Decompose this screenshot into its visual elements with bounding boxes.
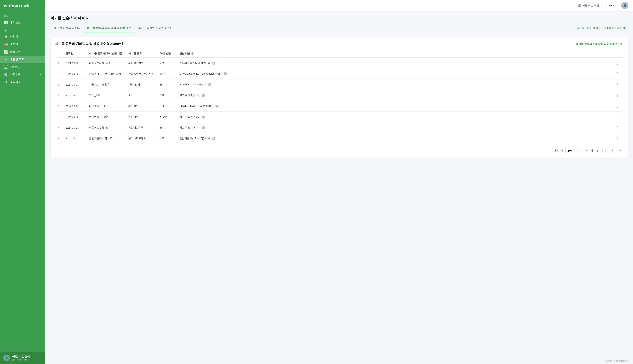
sidebar-user-section: 👤 1공장 시설 관리 클리어스테이지 [0, 352, 45, 364]
sidebar-item-business[interactable]: 🏠 사업장 [0, 33, 45, 40]
cell-num: 7 [55, 122, 63, 133]
sidebar-item-auto-collect[interactable]: 🔄 자동수집 ▾ [0, 70, 45, 78]
sidebar-item-emission-facility[interactable]: 🏭 배출시설 [0, 40, 45, 48]
cell-type: 고철 [126, 90, 157, 101]
row-more-button[interactable]: ⋮ [614, 104, 620, 109]
cell-method: 소각 [157, 68, 177, 79]
cell-name: 1차폐전지_재활용 [87, 79, 126, 90]
info-icon[interactable]: i [202, 94, 205, 97]
tab-type-method[interactable]: 폐기물 종류와 처리방법 및 배출계수 [84, 24, 134, 32]
sidebar-item-label: Scope 3 [10, 66, 20, 68]
sidebar-item-dashboard[interactable]: 📊 대시보드 [0, 19, 45, 26]
cell-name: 폐운활유_소각 [87, 101, 126, 112]
row-more-button[interactable]: ⋮ [614, 125, 620, 130]
main-card: 폐기물 종류와 처리방법 및 배출계수 (category 5) 폐기물 종류와… [51, 37, 627, 158]
cell-coef: 폐고무 소각(NUM) i [177, 122, 612, 133]
info-icon[interactable]: i [215, 104, 219, 108]
info-icon[interactable]: i [224, 72, 227, 75]
refresh-icon: 🔄 [4, 72, 8, 76]
content-area: 폐기물 반출/처리 데이터 폐기물 반출/처리 내역 폐기물 종류와 처리방법 … [45, 11, 633, 358]
info-icon[interactable]: i [208, 83, 211, 86]
clearstage-product-link[interactable]: 클리어스테이지 제품 [577, 26, 601, 30]
sidebar-item-emission-lookup[interactable]: ● 배출량 조회 [0, 56, 45, 63]
cell-type: 폐합성수지류 [126, 58, 157, 68]
cell-type: 1차폐전지 [126, 79, 157, 90]
info-icon[interactable]: i [202, 116, 205, 119]
row-more-button[interactable]: ⋮ [614, 114, 620, 120]
user-avatar[interactable]: 👤 [621, 2, 628, 9]
cell-name: 산업용폐전기전자제품_소각 [87, 68, 126, 79]
cell-num: 4 [55, 90, 63, 101]
row-more-button[interactable]: ⋮ [614, 82, 620, 87]
page-info: 1 - 1페이지 [580, 149, 593, 152]
cell-method: 소각 [157, 79, 177, 90]
sidebar-item-label: 사업장 [10, 35, 18, 38]
cell-name: 폐합성고무류_소각 [87, 122, 126, 133]
scope3-icon: 3 [4, 65, 8, 69]
total-count: 전체 8개 [553, 149, 563, 152]
cell-num: 3 [55, 79, 63, 90]
timer-icon: ⏱ [605, 4, 607, 7]
sidebar-item-label: 배출계수 [10, 80, 21, 84]
add-entry-button[interactable]: 폐기물 종류와 처리방법 및 배출계수 추가 [576, 42, 623, 46]
info-icon[interactable]: i [202, 126, 205, 130]
user-info: 1공장 시설 관리 클리어스테이지 [12, 355, 30, 361]
cell-actions: ⋮ [612, 133, 623, 144]
page-title: 폐기물 반출/처리 데이터 [51, 16, 627, 20]
cell-type: 플라스틱포장재 [126, 133, 157, 144]
chart-icon: 📈 [4, 50, 8, 54]
tab-supplier[interactable]: 공급사(폐기물 처리 서비스) [134, 24, 174, 32]
emission-coef-library-link[interactable]: 배출계수 라이브러리 [604, 26, 627, 30]
sidebar: carbonTrack 통계 📊 대시보드 관리 🏠 사업장 🏭 배출시설 📈 … [0, 0, 45, 364]
table-row: 6 2024-09-23 폐종이류_재활용 폐종이류 재활용 폐지 재활용(NU… [55, 112, 623, 122]
cell-coef: 폐지 재활용(NUM) i [177, 112, 612, 122]
table-body: 1 2024-09-23 폐합성수지류_매립 폐합성수지류 매립 혼합폐플라스틱… [55, 58, 623, 144]
user-sub: 클리어스테이지 [12, 358, 30, 361]
page-last-button[interactable]: ⟫ [617, 148, 623, 153]
tab-history[interactable]: 폐기물 반출/처리 내역 [51, 24, 84, 32]
cell-name: 혼합폐플라스틱 소각 [87, 133, 126, 144]
cell-num: 6 [55, 112, 63, 122]
timer-display: ⏱ 29:31 [602, 3, 618, 8]
row-more-button[interactable]: ⋮ [614, 60, 620, 66]
cell-coef: 혼합폐플라스틱 매립(NUM) i [177, 58, 612, 68]
cell-date: 2024-09-23 [63, 90, 87, 101]
cell-date: 2024-09-23 [63, 112, 87, 122]
page-prev-button[interactable]: ‹ [602, 148, 608, 153]
cell-name: 폐종이류_재활용 [87, 112, 126, 122]
sidebar-item-activity-data[interactable]: 📈 활동자료 [0, 48, 45, 56]
sidebar-item-label: 대시보드 [10, 21, 21, 24]
table-row: 2 2024-09-23 산업용폐전기전자제품_소각 산업용폐전기전자제품 소각… [55, 68, 623, 79]
pagination-row: 전체 8개 10개 20개 50개 1 - 1페이지 ⟪ ‹ › ⟫ [55, 148, 623, 153]
footer: © 2024 - Carbonsaurus [45, 358, 633, 364]
page-next-button[interactable]: › [610, 148, 615, 153]
row-more-button[interactable]: ⋮ [614, 136, 620, 141]
cell-actions: ⋮ [612, 68, 623, 79]
info-icon[interactable]: i [212, 62, 215, 65]
cell-date: 2024-09-23 [63, 133, 87, 144]
sidebar-item-emission-coef[interactable]: ⚙ 배출계수 [0, 78, 45, 86]
page-size-select[interactable]: 10개 20개 50개 [565, 148, 578, 153]
cell-name: 고철_매립 [87, 90, 126, 101]
gear-icon: ⚙ [4, 80, 8, 84]
refresh-icon: 🔄 [578, 4, 581, 7]
cell-type: 폐종이류 [126, 112, 157, 122]
sidebar-item-scope3[interactable]: 3 Scope 3 [0, 63, 45, 70]
table-row: 1 2024-09-23 폐합성수지류_매립 폐합성수지류 매립 혼합폐플라스틱… [55, 58, 623, 68]
cell-date: 2024-09-23 [63, 79, 87, 90]
footer-text: © 2024 - Carbonsaurus [605, 360, 627, 362]
info-icon[interactable]: i [212, 137, 215, 140]
cell-actions: ⋮ [612, 79, 623, 90]
main-area: 🔄 자동 수집 작업 ⏱ 29:31 👤 폐기물 반출/처리 데이터 폐기물 반… [45, 0, 633, 364]
cell-num: 2 [55, 68, 63, 79]
col-name: 폐기물 종류 및 처리방법 이름 [87, 50, 126, 58]
card-title: 폐기물 종류와 처리방법 및 배출계수 (category 5) [55, 42, 125, 46]
row-more-button[interactable]: ⋮ [614, 93, 620, 98]
col-num [55, 50, 63, 58]
page-first-button[interactable]: ⟪ [595, 148, 600, 153]
auto-collect-status: 🔄 자동 수집 작업 [578, 4, 599, 7]
row-more-button[interactable]: ⋮ [614, 71, 620, 76]
cell-actions: ⋮ [612, 58, 623, 68]
table-header-row: 등록일 폐기물 종류 및 처리방법 이름 폐기물 종류 처리 방법 연결 배출계… [55, 50, 623, 58]
cell-actions: ⋮ [612, 101, 623, 112]
